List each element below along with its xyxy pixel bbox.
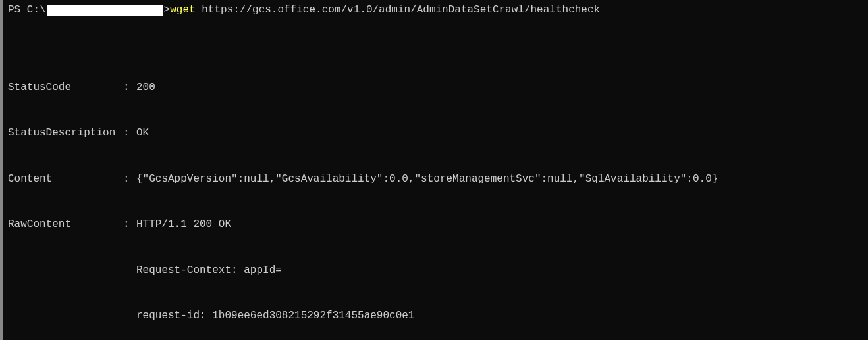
label-rawcontent: RawContent xyxy=(8,217,123,232)
command-url: https://gcs.office.com/v1.0/admin/AdminD… xyxy=(202,3,600,18)
output-row-statuscode: StatusCode : 200 xyxy=(8,80,863,95)
prompt-suffix: > xyxy=(164,3,171,18)
value-rawcontent-2: request-id: 1b09ee6ed308215292f31455ae90… xyxy=(8,308,863,324)
output-row-content: Content : {"GcsAppVersion":null,"GcsAvai… xyxy=(8,172,863,187)
label-content: Content xyxy=(8,172,123,187)
prompt-line[interactable]: PS C:\ > wget https://gcs.office.com/v1.… xyxy=(8,3,863,18)
command-name: wget xyxy=(170,3,195,18)
prompt-prefix: PS C:\ xyxy=(8,3,46,18)
label-statusdescription: StatusDescription xyxy=(8,126,123,141)
value-rawcontent-0: HTTP/1.1 200 OK xyxy=(136,217,231,232)
label-statuscode: StatusCode xyxy=(8,80,123,95)
value-content: {"GcsAppVersion":null,"GcsAvailability":… xyxy=(136,172,718,187)
value-statusdescription: OK xyxy=(136,126,149,141)
redacted-path xyxy=(47,5,163,16)
output-row-rawcontent: RawContent : HTTP/1.1 200 OK xyxy=(8,217,863,232)
value-statuscode: 200 xyxy=(136,80,155,95)
output-row-statusdescription: StatusDescription : OK xyxy=(8,126,863,141)
output-block: StatusCode : 200 StatusDescription : OK … xyxy=(8,49,863,340)
value-rawcontent-1: Request-Context: appId= xyxy=(8,263,863,278)
